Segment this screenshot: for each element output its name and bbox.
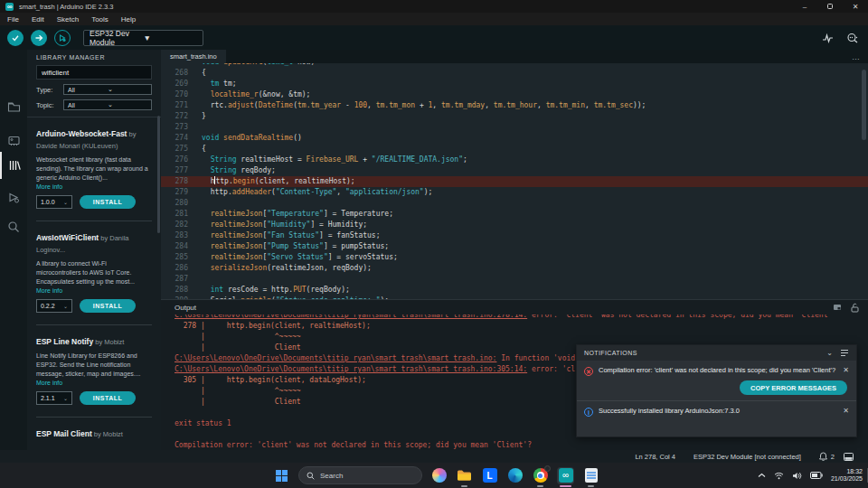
battery-icon[interactable] (810, 472, 823, 479)
code-line[interactable]: 272} (161, 111, 868, 122)
notification-count: 2 (831, 453, 835, 461)
collapse-chevron-icon[interactable]: ⌄ (826, 349, 833, 357)
install-button[interactable]: INSTALL (80, 195, 136, 209)
taskbar-copilot[interactable] (430, 467, 448, 484)
tab-smart-trash-ino[interactable]: smart_trash.ino (161, 50, 226, 63)
menu-bar: FileEditSketchToolsHelp (0, 13, 868, 25)
install-button[interactable]: INSTALL (80, 391, 136, 405)
debug-button[interactable] (54, 30, 71, 46)
taskbar-file-explorer[interactable] (456, 467, 473, 484)
wifi-icon[interactable] (774, 472, 784, 480)
notification-info: i Successfully installed library Arduino… (577, 401, 856, 417)
board-icon (7, 135, 21, 146)
library-author: by Mobizt (92, 430, 123, 438)
code-line[interactable]: 281 realtimeJson["Temperature"] = Temper… (161, 209, 868, 220)
chevron-down-icon: ▼ (144, 33, 198, 42)
taskbar-notepad[interactable] (582, 467, 599, 484)
code-line[interactable]: 269 tm tm; (161, 79, 868, 89)
type-filter-select[interactable]: All ⌄ (63, 84, 152, 95)
line-number: 271 (161, 100, 188, 111)
menu-tools[interactable]: Tools (91, 15, 108, 23)
code-line[interactable]: 275{ (161, 144, 868, 155)
code-line[interactable]: 274void sendDataRealtime() (161, 133, 868, 144)
code-line[interactable]: 270 localtime_r(&now, &tm); (161, 89, 868, 100)
sidebar-item-sketchbook[interactable] (0, 93, 27, 120)
menu-file[interactable]: File (7, 15, 19, 23)
close-icon[interactable]: ✕ (843, 366, 849, 376)
menu-help[interactable]: Help (121, 15, 136, 23)
code-line[interactable]: 278 http.begin(client, realtimeHost); (161, 176, 868, 187)
sidebar-item-boards-manager[interactable] (0, 127, 27, 154)
close-button[interactable]: ✕ (843, 0, 868, 13)
arduino-app-icon: ∞ (5, 3, 14, 11)
library-search-input[interactable] (36, 65, 152, 80)
board-status[interactable]: ESP32 Dev Module [not connected] (693, 453, 801, 461)
code-line[interactable]: 288 int resCode = http.PUT(reqBody); (161, 285, 868, 296)
editor-scrollbar[interactable] (862, 70, 866, 140)
sidebar-item-debug[interactable] (0, 183, 27, 211)
board-selector[interactable]: ESP32 Dev Module ▼ (83, 30, 203, 46)
menu-edit[interactable]: Edit (32, 15, 44, 23)
library-author: by Mobizt (93, 338, 124, 346)
topic-filter-select[interactable]: All ⌄ (63, 99, 152, 110)
taskbar-clock[interactable]: 18:32 21/03/2025 (831, 468, 863, 483)
sidebar-item-search[interactable] (0, 213, 27, 240)
start-button[interactable] (273, 467, 290, 484)
taskbar-chrome[interactable] (532, 467, 549, 484)
line-number: 282 (161, 220, 188, 230)
code-area[interactable]: void updateRTC(time_t now)268{269 tm tm;… (161, 63, 868, 299)
serial-monitor-icon[interactable] (846, 33, 859, 43)
code-line[interactable]: 276 String realtimeHost = Firebase_URL +… (161, 155, 868, 165)
clear-output-icon[interactable] (833, 303, 842, 312)
code-line[interactable]: 282 realtimeJson["Humidity"] = Humidity; (161, 220, 868, 230)
sidebar-item-library-manager[interactable] (0, 152, 27, 179)
lock-icon[interactable] (851, 303, 859, 313)
taskbar-arduino-ide[interactable]: ∞ (557, 467, 574, 484)
cursor-position[interactable]: Ln 278, Col 4 (635, 453, 675, 461)
menu-sketch[interactable]: Sketch (57, 15, 79, 23)
notification-list-icon[interactable] (840, 349, 849, 357)
copy-error-messages-button[interactable]: COPY ERROR MESSAGES (740, 380, 847, 395)
editor: smart_trash.ino … void updateRTC(time_t … (161, 50, 868, 299)
code-line[interactable]: 280 (161, 198, 868, 209)
code-line[interactable]: 271 rtc.adjust(DateTime(tm.tm_year - 100… (161, 100, 868, 111)
arduino-ide-window: ∞ smart_trash | Arduino IDE 2.3.3 – ✕ Fi… (0, 0, 868, 488)
verify-button[interactable] (7, 30, 24, 46)
serial-plotter-icon[interactable] (822, 33, 834, 43)
code-line[interactable]: 268{ (161, 68, 868, 79)
code-line[interactable]: 273 (161, 122, 868, 133)
version-select[interactable]: 0.2.2⌄ (36, 299, 72, 313)
line-number: 284 (161, 241, 188, 252)
folder-icon (7, 101, 21, 113)
taskbar-edge[interactable] (506, 467, 524, 484)
taskbar-search[interactable]: Search (298, 466, 422, 484)
taskbar-line-app[interactable]: L (481, 467, 498, 484)
install-button[interactable]: INSTALL (80, 299, 136, 313)
editor-more-actions[interactable]: … (852, 50, 861, 63)
code-line[interactable]: 279 http.addHeader("Content-Type", "appl… (161, 187, 868, 198)
more-info-link[interactable]: More info (36, 287, 152, 294)
code-line[interactable]: 287 (161, 274, 868, 285)
board-selector-value: ESP32 Dev Module (90, 29, 144, 47)
close-icon[interactable]: ✕ (843, 407, 849, 417)
code-line[interactable]: 284 realtimeJson["Pump Status"] = pumpSt… (161, 241, 868, 252)
minimize-button[interactable]: – (792, 0, 817, 13)
maximize-button[interactable] (817, 0, 843, 13)
tray-expand-chevron-icon[interactable] (758, 473, 766, 478)
more-info-link[interactable]: More info (36, 183, 152, 190)
panel-scrollbar[interactable] (157, 116, 160, 233)
info-icon: i (584, 408, 593, 417)
code-line[interactable]: 285 realtimeJson["Servo Status"] = servo… (161, 252, 868, 263)
more-info-link[interactable]: More info (36, 380, 152, 386)
chevron-down-icon: ⌄ (108, 86, 147, 93)
bell-icon[interactable] (819, 452, 827, 461)
volume-icon[interactable] (792, 472, 802, 480)
version-select[interactable]: 1.0.0⌄ (36, 195, 72, 209)
code-line[interactable]: 283 realtimeJson["Fan Status"] = fanStat… (161, 230, 868, 241)
code-line[interactable]: 286 serializeJson(realtimeJson, reqBody)… (161, 263, 868, 274)
version-select[interactable]: 2.1.1⌄ (36, 391, 72, 405)
upload-button[interactable] (31, 30, 47, 46)
toggle-panel-icon[interactable] (844, 453, 854, 461)
code-line[interactable]: 277 String reqBody; (161, 165, 868, 176)
line-app-icon: L (483, 468, 497, 483)
